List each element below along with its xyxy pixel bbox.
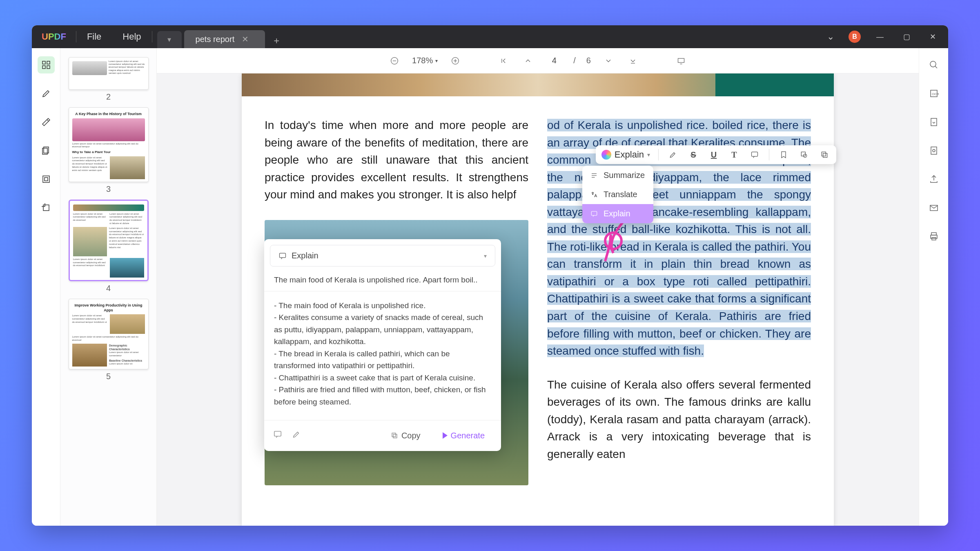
menu-help[interactable]: Help (112, 31, 151, 42)
thumb-subheading: Why to Take a Plant Tour (72, 150, 145, 154)
page-thumb-5[interactable]: Improve Working Productivity in Using Ap… (69, 299, 149, 369)
email-button[interactable] (925, 199, 942, 216)
ai-action-label: Explain (615, 149, 644, 160)
pdf-page: In today's time when more and more peopl… (242, 73, 834, 526)
separator (769, 149, 769, 160)
print-button[interactable] (925, 228, 942, 245)
titlebar-right: ⌄ B — ▢ ✕ (824, 30, 948, 43)
svg-rect-31 (392, 433, 396, 437)
underline-button[interactable]: U (708, 149, 720, 161)
app-window: UPDF File Help ▾ pets report ✕ + ⌄ B — ▢… (32, 25, 948, 526)
page-toolbar: 178% ▾ / 6 (157, 48, 919, 73)
page-thumb-3[interactable]: A Key Phase in the History of Tourism Lo… (69, 107, 149, 182)
highlight-result-icon[interactable] (292, 430, 303, 441)
svg-rect-18 (752, 152, 758, 156)
document-tab[interactable]: pets report ✕ (184, 30, 265, 48)
svg-rect-37 (931, 147, 937, 154)
comment-button[interactable] (748, 149, 761, 161)
app-logo: UPDF (42, 31, 66, 42)
selection-toolbar: Explain ▾ S U T (596, 145, 836, 164)
svg-text:OCR: OCR (932, 92, 939, 96)
generate-button[interactable]: Generate (435, 427, 492, 444)
bookmark-button[interactable] (777, 149, 790, 161)
svg-rect-26 (591, 211, 597, 216)
document-viewport[interactable]: In today's time when more and more peopl… (157, 73, 919, 526)
highlight-button[interactable] (667, 149, 679, 161)
copy-button[interactable] (818, 149, 831, 161)
body: Lorem ipsum dolor sit amet consectetur a… (32, 48, 948, 526)
right-toolbar: OCR (919, 48, 948, 526)
tab-bar: ▾ pets report ✕ + (157, 25, 284, 48)
thumbnails-tool[interactable] (38, 56, 55, 73)
ai-sparkle-icon (601, 150, 611, 160)
search-selection-button[interactable] (798, 149, 810, 161)
main-area: 178% ▾ / 6 In today's time whe (157, 48, 919, 526)
next-page-button[interactable] (601, 54, 615, 68)
thumb-heading: A Key Phase in the History of Tourism (72, 112, 145, 117)
left-toolbar (32, 48, 60, 526)
crop-tool[interactable] (38, 199, 55, 216)
ai-popup-mode-select[interactable]: Explain ▾ (270, 245, 495, 267)
titlebar: UPDF File Help ▾ pets report ✕ + ⌄ B — ▢… (32, 25, 948, 48)
protect-button[interactable] (925, 142, 942, 159)
minimize-button[interactable]: — (872, 33, 888, 41)
thumb-heading: Improve Working Productivity in Using Ap… (72, 303, 145, 313)
svg-rect-1 (47, 61, 50, 64)
page-total: 6 (586, 56, 591, 65)
home-tab[interactable]: ▾ (157, 31, 182, 48)
zoom-out-button[interactable] (388, 54, 401, 68)
page-number-input[interactable] (546, 56, 563, 65)
ai-explain-dropdown[interactable]: Explain ▾ (601, 149, 650, 160)
page-banner-image (242, 73, 834, 96)
zoom-in-button[interactable] (448, 54, 462, 68)
form-tool[interactable] (38, 171, 55, 188)
separator (658, 149, 659, 160)
page-thumb-4[interactable]: Lorem ipsum dolor sit amet consectetur a… (69, 200, 149, 281)
svg-rect-21 (823, 153, 827, 158)
svg-rect-0 (42, 61, 45, 64)
svg-line-33 (935, 66, 937, 68)
svg-rect-7 (45, 178, 48, 181)
close-tab-icon[interactable]: ✕ (242, 34, 249, 44)
menu-file[interactable]: File (76, 31, 112, 42)
ai-popup-footer: Copy Generate (264, 420, 501, 451)
body-text: In today's time when more and more peopl… (265, 117, 528, 204)
convert-button[interactable] (925, 113, 942, 131)
svg-point-32 (930, 61, 936, 67)
highlight-tool[interactable] (38, 85, 55, 102)
strikethrough-button[interactable]: S (687, 149, 699, 161)
search-button[interactable] (925, 56, 942, 73)
page-thumb-2[interactable]: Lorem ipsum dolor sit amet consectetur a… (69, 57, 149, 90)
thumb-number: 4 (68, 284, 149, 293)
first-page-button[interactable] (497, 54, 510, 68)
zoom-level[interactable]: 178% ▾ (412, 56, 438, 65)
text-button[interactable]: T (728, 149, 740, 161)
ocr-button[interactable]: OCR (925, 85, 942, 102)
body-text: The cuisine of Kerala also offers severa… (547, 376, 811, 463)
menu-item-translate[interactable]: Translate (582, 185, 653, 204)
ai-source-text: The main food of Kerala is unpolished ri… (264, 272, 501, 291)
svg-rect-3 (47, 66, 50, 69)
new-tab-button[interactable]: + (269, 33, 284, 48)
maximize-button[interactable]: ▢ (899, 32, 914, 41)
svg-rect-22 (822, 152, 826, 156)
ai-explain-popup: Explain ▾ The main food of Kerala is unp… (264, 239, 501, 451)
user-avatar[interactable]: B (849, 31, 861, 43)
prev-page-button[interactable] (521, 54, 535, 68)
tab-title: pets report (196, 35, 235, 44)
last-page-button[interactable] (626, 54, 640, 68)
thumb-subheading: Demographic Characteristics (109, 344, 145, 351)
menu-item-explain[interactable]: Explain (582, 204, 653, 223)
presentation-button[interactable] (674, 54, 688, 68)
chat-icon[interactable] (273, 430, 285, 441)
share-button[interactable] (925, 171, 942, 188)
close-button[interactable]: ✕ (926, 32, 940, 41)
chevron-down-icon[interactable]: ⌄ (824, 30, 837, 43)
svg-rect-36 (931, 118, 937, 126)
menu-item-summarize[interactable]: Summarize (582, 166, 653, 185)
edit-tool[interactable] (38, 113, 55, 131)
thumb-number: 2 (68, 92, 149, 102)
ai-actions-menu: Summarize Translate Explain (582, 166, 653, 223)
pages-tool[interactable] (38, 142, 55, 159)
copy-result-button[interactable]: Copy (383, 427, 428, 444)
